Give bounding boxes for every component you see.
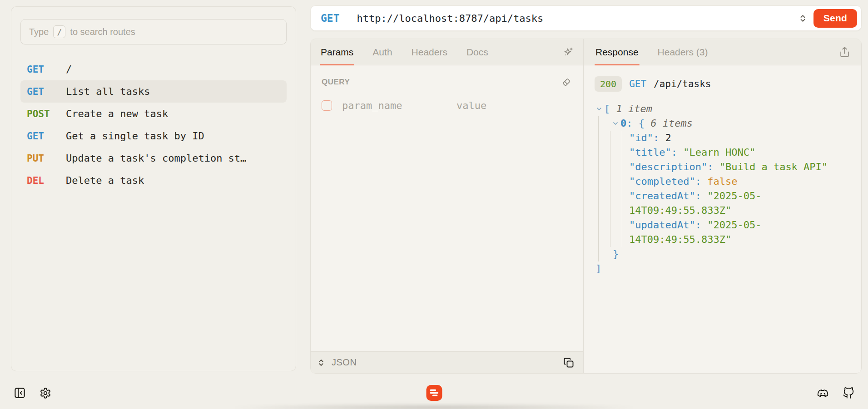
route-item[interactable]: GETList all tasks [20, 80, 287, 103]
json-tree-row: 14T09:49:55.833Z" [595, 232, 850, 247]
json-token: "2025-05- [701, 190, 761, 202]
json-tree-row: "updatedAt": "2025-05- [595, 218, 850, 232]
route-method-badge: GET [27, 64, 66, 75]
route-item[interactable]: POSTCreate a new task [20, 103, 287, 125]
json-token: false [701, 176, 737, 187]
format-select-stepper[interactable] [317, 359, 325, 367]
response-panel-body: 200 GET /api/tasks [ 1 item0: { 6 items"… [584, 65, 861, 373]
response-method-label: GET [629, 79, 646, 89]
route-label: Create a new task [66, 108, 168, 119]
body-format-bar: JSON [311, 351, 583, 373]
json-token: "title": [629, 147, 677, 158]
collapse-sidebar-button[interactable] [13, 386, 27, 400]
json-tree-row: 0: { 6 items [595, 116, 850, 131]
json-tree-row: "createdAt": "2025-05- [595, 189, 850, 203]
route-label: Get a single task by ID [66, 130, 204, 142]
json-token: : [626, 118, 632, 129]
json-token: "completed": [629, 176, 701, 187]
json-token: ] [595, 263, 601, 274]
query-param-row [322, 100, 572, 111]
query-section-label: QUERY [322, 78, 350, 87]
params-panel-body: QUERY [311, 65, 583, 351]
json-token: 2 [659, 132, 671, 143]
route-item[interactable]: DELDelete a task [20, 169, 287, 192]
eraser-icon [560, 76, 572, 88]
response-tabs: ResponseHeaders (3) [595, 39, 709, 65]
share-icon [839, 46, 850, 58]
route-item[interactable]: GET/ [20, 58, 287, 80]
collapse-toggle-icon[interactable] [612, 116, 620, 131]
discord-icon [816, 387, 830, 399]
json-token: 14T09:49:55.833Z" [629, 205, 731, 216]
params-tabs: ParamsAuthHeadersDocs [320, 39, 489, 65]
json-tree-row: } [595, 247, 850, 261]
url-input[interactable] [357, 13, 799, 24]
tab-params[interactable]: Params [320, 39, 354, 65]
request-bar: GET Send [310, 5, 862, 31]
status-code-badge: 200 [595, 76, 622, 92]
tab-auth[interactable]: Auth [372, 39, 393, 65]
json-tree: [ 1 item0: { 6 items"id": 2"title": "Lea… [595, 102, 850, 276]
route-method-badge: POST [27, 108, 66, 119]
ai-generate-button[interactable] [562, 46, 574, 58]
json-tree-row: "description": "Build a task API" [595, 160, 850, 174]
tab-headers-3[interactable]: Headers (3) [657, 39, 709, 65]
route-label: Delete a task [66, 175, 144, 186]
copy-icon [563, 357, 574, 368]
route-search-input[interactable]: Type / to search routes [20, 19, 287, 44]
route-list: GET/GETList all tasksPOSTCreate a new ta… [20, 58, 287, 192]
copy-button[interactable] [560, 355, 577, 371]
response-panel: ResponseHeaders (3) 200 GET /api/tasks [584, 39, 861, 373]
sparkles-icon [562, 46, 574, 58]
discord-link-button[interactable] [815, 386, 831, 400]
body-format-label: JSON [332, 357, 357, 368]
tab-headers[interactable]: Headers [411, 39, 448, 65]
route-method-badge: DEL [27, 175, 66, 186]
routes-sidebar: Type / to search routes GET/GETList all … [11, 6, 296, 371]
clear-params-button[interactable] [560, 76, 572, 88]
route-label: Update a task's completion st… [66, 153, 246, 164]
share-response-button[interactable] [839, 46, 850, 58]
settings-gear-icon [40, 387, 51, 399]
params-panel: ParamsAuthHeadersDocs QUERY [311, 39, 583, 373]
json-tree-row: ] [595, 261, 850, 276]
collapse-sidebar-icon [14, 387, 26, 399]
github-link-button[interactable] [842, 386, 855, 400]
slash-shortcut-keycap: / [53, 25, 65, 38]
json-tree-row: "id": 2 [595, 131, 850, 145]
request-history-stepper[interactable] [799, 14, 807, 23]
send-button[interactable]: Send [813, 9, 857, 28]
param-name-input[interactable] [342, 100, 446, 111]
params-panel-header: ParamsAuthHeadersDocs [311, 39, 583, 65]
param-enabled-checkbox[interactable] [322, 100, 332, 111]
json-token: "updatedAt": [629, 219, 701, 231]
fiberplane-logo [426, 384, 442, 401]
json-token: "createdAt": [629, 190, 701, 202]
json-token: [ [604, 103, 610, 114]
param-value-input[interactable] [456, 100, 572, 111]
method-select[interactable]: GET [321, 12, 340, 24]
response-path-label: /api/tasks [654, 79, 711, 89]
json-token: "id": [629, 132, 659, 143]
app-footer [0, 377, 868, 409]
json-token: "Learn HONC" [677, 147, 755, 158]
json-token: "description": [629, 161, 713, 172]
chevrons-up-down-icon [317, 359, 325, 367]
json-token: 0 [620, 118, 626, 129]
tab-response[interactable]: Response [595, 39, 640, 65]
response-status-row: 200 GET /api/tasks [595, 76, 850, 92]
route-item[interactable]: PUTUpdate a task's completion st… [20, 147, 287, 169]
settings-button[interactable] [39, 386, 52, 400]
json-tree-row: "title": "Learn HONC" [595, 145, 850, 160]
github-icon [843, 387, 854, 399]
route-method-badge: PUT [27, 153, 66, 164]
collapse-toggle-icon[interactable] [595, 102, 604, 116]
json-tree-row: 14T09:49:55.833Z" [595, 203, 850, 218]
fiberplane-logo-button[interactable] [426, 384, 442, 401]
route-method-badge: GET [27, 86, 66, 97]
request-response-panels: ParamsAuthHeadersDocs QUERY [310, 39, 862, 374]
tab-docs[interactable]: Docs [466, 39, 489, 65]
route-item[interactable]: GETGet a single task by ID [20, 125, 287, 147]
json-token: "Build a task API" [713, 161, 828, 172]
route-label: List all tasks [66, 86, 150, 97]
